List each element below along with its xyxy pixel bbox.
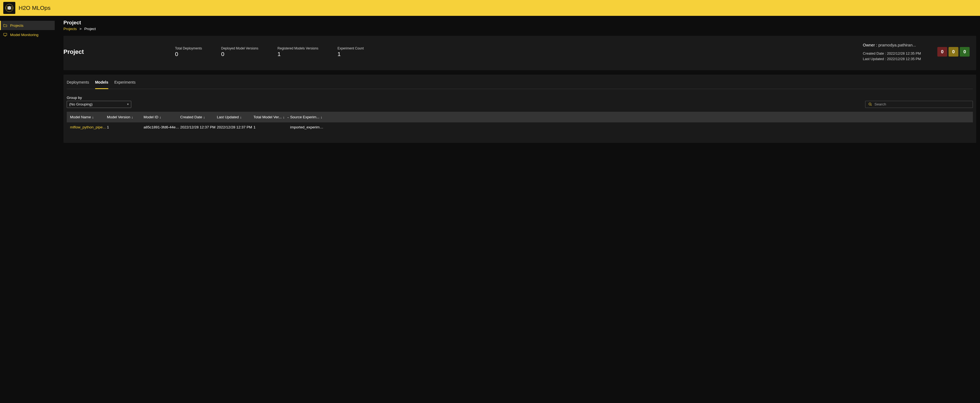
updated-date-row: Last Updated : 2022/12/28 12:35 PM (863, 56, 921, 62)
status-pill-green[interactable]: 0 (960, 47, 970, 57)
stat-label: Deployed Model Versions (221, 46, 258, 50)
stat-value: 1 (278, 51, 318, 57)
owner-row: Owner : pramodya.pathiran... (863, 42, 921, 48)
svg-rect-4 (3, 33, 7, 35)
cell-source-exp: imported_experiment (290, 125, 324, 129)
folder-icon (3, 23, 7, 28)
owner-label: Owner : (863, 43, 878, 47)
cell-model-id: a85c1891-3fd6-44ed-... (143, 125, 180, 129)
main-content: Project Projects > Project Project Total… (55, 16, 980, 403)
breadcrumb-current: Project (84, 27, 96, 31)
page-title: Project (64, 20, 976, 26)
stat-registered-model-versions: Registered Models Versions 1 (278, 46, 318, 57)
stat-total-deployments: Total Deployments 0 (175, 46, 202, 57)
svg-point-7 (869, 103, 871, 105)
col-total-versions[interactable]: Total Model Ver...↓⌄ (253, 115, 290, 119)
created-label: Created Date : (863, 51, 887, 56)
chevron-down-icon: ⌄ (287, 115, 289, 119)
status-pills: 0 0 0 (937, 47, 970, 57)
cell-model-version: 1 (107, 125, 143, 129)
breadcrumb: Projects > Project (64, 27, 976, 31)
stat-value: 0 (221, 51, 258, 57)
search-input[interactable] (875, 102, 970, 106)
stat-label: Experiment Count (337, 46, 364, 50)
sort-arrow-icon: ↓ (283, 115, 285, 119)
cell-total-versions: 1 (253, 125, 290, 129)
owner-value: pramodya.pathiran... (878, 43, 916, 47)
table-header: Model Name↓ Model Version↓ Model ID↓ Cre… (67, 112, 973, 122)
stat-experiment-count: Experiment Count 1 (337, 46, 364, 57)
sort-arrow-icon: ↓ (92, 115, 94, 119)
col-created-date[interactable]: Created Date↓ (180, 115, 217, 119)
status-pill-red[interactable]: 0 (937, 47, 947, 57)
stat-deployed-model-versions: Deployed Model Versions 0 (221, 46, 258, 57)
created-value: 2022/12/28 12:35 PM (887, 51, 921, 56)
sidebar-item-label: Model Monitoring (10, 33, 38, 37)
cell-created-date: 2022/12/28 12:37 PM (180, 125, 217, 129)
stat-value: 1 (337, 51, 364, 57)
chevron-down-icon: ▾ (127, 102, 129, 106)
table-row[interactable]: mlflow_python_pipeline 1 a85c1891-3fd6-4… (67, 122, 973, 132)
search-box[interactable] (865, 101, 973, 108)
cell-last-updated: 2022/12/28 12:37 PM (217, 125, 253, 129)
sort-arrow-icon: ↓ (159, 115, 161, 119)
breadcrumb-root-link[interactable]: Projects (64, 27, 77, 31)
project-meta: Owner : pramodya.pathiran... Created Dat… (863, 42, 921, 62)
product-logo (3, 2, 15, 14)
product-title: H2O MLOps (19, 5, 51, 11)
breadcrumb-separator: > (78, 27, 83, 31)
controls-row: Group by (No Grouping) ▾ (67, 96, 973, 108)
sort-arrow-icon: ↓ (240, 115, 242, 119)
stat-label: Registered Models Versions (278, 46, 318, 50)
col-model-id[interactable]: Model ID↓ (143, 115, 180, 119)
group-by-label: Group by (67, 96, 131, 100)
sort-arrow-icon: ↓ (320, 115, 322, 119)
col-source-exp[interactable]: Source Experim...↓⌄ (290, 115, 324, 119)
created-date-row: Created Date : 2022/12/28 12:35 PM (863, 51, 921, 56)
search-icon (868, 102, 872, 106)
status-pill-yellow[interactable]: 0 (948, 47, 958, 57)
col-model-name[interactable]: Model Name↓ (70, 115, 107, 119)
monitor-icon (3, 33, 7, 37)
group-by-selected: (No Grouping) (69, 102, 93, 106)
col-last-updated[interactable]: Last Updated↓ (217, 115, 253, 119)
sidebar-item-projects[interactable]: Projects (0, 21, 55, 30)
sort-arrow-icon: ↓ (132, 115, 134, 119)
cell-model-name[interactable]: mlflow_python_pipeline (70, 125, 107, 129)
svg-line-8 (871, 105, 872, 106)
stat-value: 0 (175, 51, 202, 57)
tabs: Deployments Models Experiments (67, 79, 973, 89)
project-name-heading: Project (64, 48, 175, 56)
detail-card: Deployments Models Experiments Group by … (64, 75, 976, 143)
sidebar-item-model-monitoring[interactable]: Model Monitoring (0, 30, 55, 39)
sidebar: Projects Model Monitoring (0, 16, 55, 403)
stat-label: Total Deployments (175, 46, 202, 50)
tab-models[interactable]: Models (95, 79, 108, 89)
tab-deployments[interactable]: Deployments (67, 79, 89, 89)
group-by-dropdown[interactable]: (No Grouping) ▾ (67, 101, 131, 108)
col-model-version[interactable]: Model Version↓ (107, 115, 143, 119)
updated-label: Last Updated : (863, 57, 887, 61)
top-banner: H2O MLOps (0, 0, 980, 16)
tab-experiments[interactable]: Experiments (114, 79, 135, 89)
project-summary-card: Project Total Deployments 0 Deployed Mod… (64, 36, 976, 70)
updated-value: 2022/12/28 12:35 PM (887, 57, 921, 61)
group-by-control: Group by (No Grouping) ▾ (67, 96, 131, 108)
sidebar-item-label: Projects (10, 24, 24, 28)
sort-arrow-icon: ↓ (203, 115, 205, 119)
